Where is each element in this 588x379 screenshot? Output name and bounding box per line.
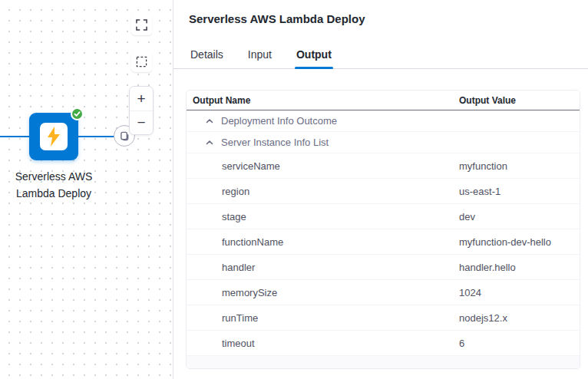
pipeline-canvas[interactable]: Serverless AWS Lambda Deploy + − [0,0,173,379]
output-row: handlerhandler.hello [187,255,580,280]
output-table-footer [187,356,580,368]
output-row: runTimenodejs12.x [187,305,580,331]
step-node-label: Serverless AWS Lambda Deploy [6,168,101,203]
tab-details[interactable]: Details [189,44,225,68]
output-name: handler [187,262,459,273]
output-value: nodejs12.x [459,312,507,324]
output-table-header: Output Name Output Value [187,91,580,110]
panel-tabs: Details Input Output [173,44,588,69]
canvas-marquee-select-button[interactable] [131,51,152,72]
output-table: Output Name Output Value Deployment Info… [186,90,580,369]
step-node-label-line2: Lambda Deploy [6,185,101,202]
output-name: serviceName [187,160,459,172]
output-value: handler.hello [459,262,516,273]
output-value: 6 [459,338,464,349]
output-value-header: Output Value [459,95,516,106]
output-value: myfunction-dev-hello [459,236,551,248]
edge-outgoing [78,136,114,137]
zoom-out-icon: − [137,115,145,130]
output-group-label: Deployment Info Outcome [221,115,337,127]
zoom-controls: + − [129,86,154,135]
output-row: stagedev [187,204,580,229]
chevron-up-icon[interactable] [205,138,214,147]
tab-output[interactable]: Output [295,44,333,68]
output-group-label: Server Instance Info List [221,137,329,148]
output-name-header: Output Name [187,95,459,106]
output-name: timeout [187,338,459,349]
output-name: stage [187,211,459,222]
output-row: regionus-east-1 [187,179,580,204]
tab-input[interactable]: Input [246,44,273,68]
output-name: memorySize [187,287,459,298]
chevron-up-icon[interactable] [205,117,214,126]
output-group-row[interactable]: Server Instance Info List [187,132,580,153]
output-row: timeout6 [187,331,580,356]
canvas-fit-view-button[interactable] [131,15,152,35]
step-details-panel: Serverless AWS Lambda Deploy Details Inp… [173,0,588,379]
output-name: functionName [187,236,459,248]
zoom-out-button[interactable]: − [130,111,153,135]
edge-incoming [0,136,29,137]
expand-icon [136,19,147,31]
step-node-serverless-lambda-deploy[interactable] [29,113,78,160]
zoom-in-button[interactable]: + [130,87,153,111]
lambda-icon [40,123,68,150]
marquee-select-icon [136,56,147,68]
success-check-icon [71,107,84,120]
output-value: dev [459,211,475,222]
output-row: functionNamemyfunction-dev-hello [187,229,580,255]
output-name: region [187,186,459,197]
step-node-label-line1: Serverless AWS [6,168,101,185]
output-group-row[interactable]: Deployment Info Outcome [187,110,580,132]
step-group-icon [120,131,130,141]
panel-title: Serverless AWS Lambda Deploy [173,0,588,25]
output-row: memorySize1024 [187,280,580,305]
output-value: us-east-1 [459,186,500,197]
output-value: myfunction [459,160,507,172]
output-row: serviceNamemyfunction [187,153,580,179]
output-value: 1024 [459,287,481,298]
output-table-body: Deployment Info OutcomeServer Instance I… [187,110,580,356]
output-name: runTime [187,312,459,324]
zoom-in-icon: + [137,91,145,106]
